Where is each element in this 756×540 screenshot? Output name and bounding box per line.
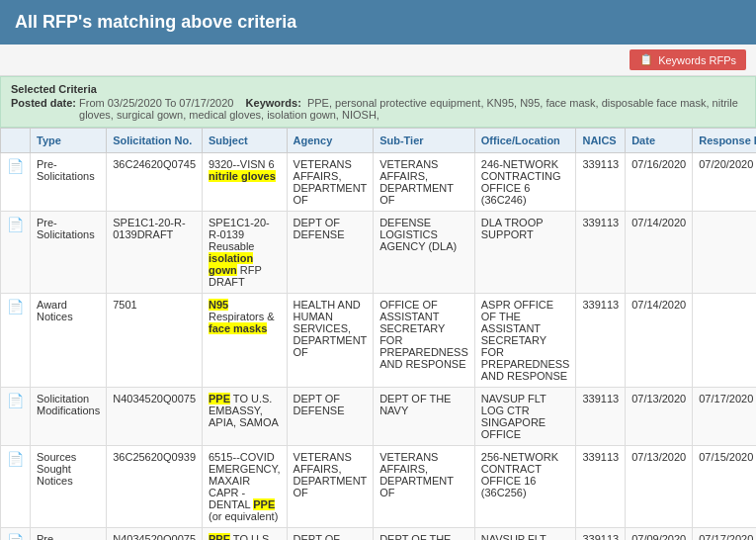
row-solicitation: N4034520Q0075 — [107, 528, 203, 541]
row-office: DLA TROOP SUPPORT — [474, 212, 576, 294]
col-type: Type — [31, 129, 107, 153]
row-subtier: DEFENSE LOGISTICS AGENCY (DLA) — [374, 212, 475, 294]
table-row: 📄 Pre-Solicitations 36C24620Q0745 9320--… — [1, 153, 757, 212]
keywords-key: Keywords: — [246, 97, 301, 109]
page-header: All RFP's matching above criteria — [0, 0, 756, 45]
document-icon: 📄 — [7, 299, 24, 315]
col-subject: Subject — [203, 129, 288, 153]
row-type: Pre-Solicitations — [31, 528, 107, 541]
row-subtier: OFFICE OF ASSISTANT SECRETARY FOR PREPAR… — [374, 294, 475, 388]
row-naics: 339113 — [576, 528, 626, 541]
row-type: Pre-Solicitations — [31, 153, 107, 212]
row-office: NAVSUP FLT LOG CTR SINGAPORE OFFICE — [474, 388, 576, 446]
table-row: 📄 Pre-Solicitations SPE1C1-20-R-0139DRAF… — [1, 212, 757, 294]
top-bar: 📋 Keywords RFPs — [0, 45, 756, 76]
selected-criteria-label: Selected Criteria — [11, 83, 97, 95]
table-row: 📄 Award Notices 7501 N95 Respirators & f… — [1, 294, 757, 388]
results-table: Type Solicitation No. Subject Agency Sub… — [0, 128, 756, 540]
row-icon-cell: 📄 — [1, 212, 31, 294]
row-type: Award Notices — [31, 294, 107, 388]
col-solicitation: Solicitation No. — [107, 129, 203, 153]
row-response-date — [693, 294, 756, 388]
row-date: 07/14/2020 — [626, 294, 693, 388]
posted-date-value: From 03/25/2020 To 07/17/2020 Keywords: … — [79, 97, 745, 121]
highlight-ppe-1: PPE — [209, 393, 230, 405]
row-naics: 339113 — [576, 388, 626, 446]
row-agency: DEPT OF DEFENSE — [287, 212, 374, 294]
col-naics: NAICS — [576, 129, 626, 153]
document-icon: 📄 — [7, 451, 24, 467]
row-agency: DEPT OF DEFENSE — [287, 388, 374, 446]
row-type: Sources Sought Notices — [31, 446, 107, 528]
row-solicitation: N4034520Q0075 — [107, 388, 203, 446]
row-type: Pre-Solicitations — [31, 212, 107, 294]
col-date: Date — [626, 129, 693, 153]
row-icon-cell: 📄 — [1, 446, 31, 528]
row-naics: 339113 — [576, 446, 626, 528]
table-row: 📄 Pre-Solicitations N4034520Q0075 PPE TO… — [1, 528, 757, 541]
highlight-n95: N95 — [209, 299, 228, 311]
row-date: 07/09/2020 — [626, 528, 693, 541]
row-icon-cell: 📄 — [1, 153, 31, 212]
row-subtier: VETERANS AFFAIRS, DEPARTMENT OF — [374, 153, 475, 212]
row-icon-cell: 📄 — [1, 388, 31, 446]
row-office: ASPR OFFICE OF THE ASSISTANT SECRETARY F… — [474, 294, 576, 388]
row-agency: DEPT OF DEFENSE — [287, 528, 374, 541]
document-icon: 📄 — [7, 533, 24, 540]
row-type: Solicitation Modifications — [31, 388, 107, 446]
col-icon — [1, 129, 31, 153]
row-office: 256-NETWORK CONTRACT OFFICE 16 (36C256) — [474, 446, 576, 528]
row-subject: N95 Respirators & face masks — [203, 294, 288, 388]
row-subtier: DEPT OF THE NAVY — [374, 528, 475, 541]
row-naics: 339113 — [576, 294, 626, 388]
highlight-isolation-gown: isolation gown — [209, 252, 253, 276]
file-icon: 📋 — [639, 53, 653, 66]
row-subject: 9320--VISN 6 nitrile gloves — [203, 153, 288, 212]
row-response-date: 07/20/2020 — [693, 153, 756, 212]
page-title: All RFP's matching above criteria — [15, 12, 741, 33]
row-solicitation: SPE1C1-20-R-0139DRAFT — [107, 212, 203, 294]
row-agency: HEALTH AND HUMAN SERVICES, DEPARTMENT OF — [287, 294, 374, 388]
row-subtier: VETERANS AFFAIRS, DEPARTMENT OF — [374, 446, 475, 528]
row-office: 246-NETWORK CONTRACTING OFFICE 6 (36C246… — [474, 153, 576, 212]
row-response-date — [693, 212, 756, 294]
row-response-date: 07/15/2020 — [693, 446, 756, 528]
col-subtier: Sub-Tier — [374, 129, 475, 153]
row-date: 07/14/2020 — [626, 212, 693, 294]
document-icon: 📄 — [7, 217, 24, 232]
highlight-ppe-3: PPE — [209, 533, 230, 540]
row-icon-cell: 📄 — [1, 528, 31, 541]
row-date: 07/13/2020 — [626, 446, 693, 528]
row-agency: VETERANS AFFAIRS, DEPARTMENT OF — [287, 153, 374, 212]
keywords-rfps-button[interactable]: 📋 Keywords RFPs — [630, 49, 746, 70]
row-agency: VETERANS AFFAIRS, DEPARTMENT OF — [287, 446, 374, 528]
row-solicitation: 36C24620Q0745 — [107, 153, 203, 212]
row-response-date: 07/17/2020 — [693, 388, 756, 446]
selected-criteria-section: Selected Criteria Posted date: From 03/2… — [0, 76, 756, 128]
row-subtier: DEPT OF THE NAVY — [374, 388, 475, 446]
table-row: 📄 Solicitation Modifications N4034520Q00… — [1, 388, 757, 446]
row-icon-cell: 📄 — [1, 294, 31, 388]
row-date: 07/13/2020 — [626, 388, 693, 446]
row-subject: PPE TO U.S. EMBASSY, APIA, SAMOA — [203, 388, 288, 446]
row-subject: PPE TO U.S. EMBASSY, APIA, SAMOA — [203, 528, 288, 541]
col-office: Office/Location — [474, 129, 576, 153]
col-agency: Agency — [287, 129, 374, 153]
row-subject: SPE1C1-20-R-0139 Reusable isolation gown… — [203, 212, 288, 294]
row-naics: 339113 — [576, 153, 626, 212]
highlight-ppe-2: PPE — [253, 498, 275, 510]
posted-date-key: Posted date: — [11, 97, 76, 121]
row-date: 07/16/2020 — [626, 153, 693, 212]
row-naics: 339113 — [576, 212, 626, 294]
row-solicitation: 7501 — [107, 294, 203, 388]
document-icon: 📄 — [7, 393, 24, 408]
highlight-face-masks: face masks — [209, 322, 267, 334]
row-office: NAVSUP FLT LOG CTR SINGAPORE OFFICE — [474, 528, 576, 541]
row-response-date: 07/17/2020 — [693, 528, 756, 541]
table-row: 📄 Sources Sought Notices 36C25620Q0939 6… — [1, 446, 757, 528]
table-container: Type Solicitation No. Subject Agency Sub… — [0, 128, 756, 540]
col-response-date: Response Date — [693, 129, 756, 153]
highlight-nitrile-gloves: nitrile gloves — [209, 170, 276, 182]
row-subject: 6515--COVID EMERGENCY, MAXAIR CAPR - DEN… — [203, 446, 288, 528]
table-header-row: Type Solicitation No. Subject Agency Sub… — [1, 129, 757, 153]
